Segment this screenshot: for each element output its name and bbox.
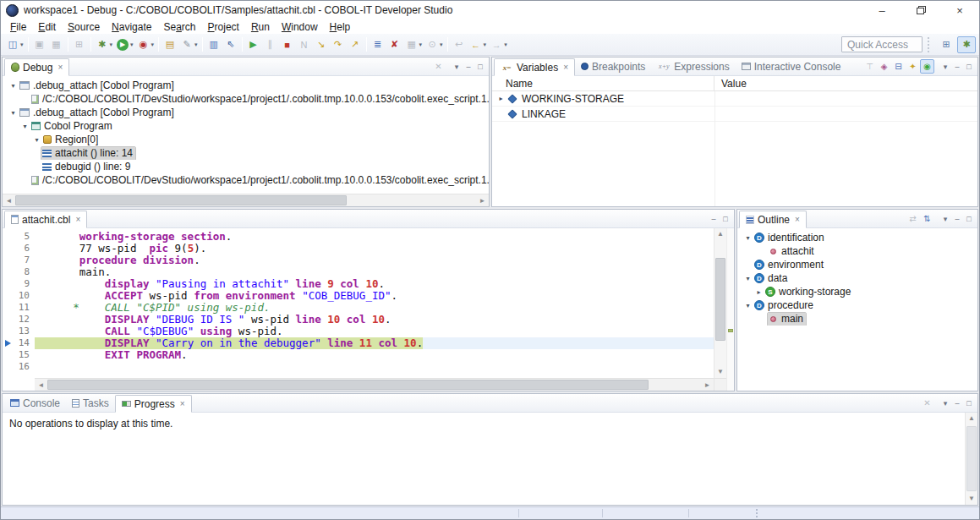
- debug-button[interactable]: ✱▾: [94, 36, 115, 54]
- open-console-button[interactable]: ▥: [205, 36, 222, 54]
- memory-view-dropdown-icon[interactable]: ▾: [419, 41, 423, 48]
- step-over-button[interactable]: ↷: [330, 36, 347, 54]
- twisty-expanded-icon[interactable]: ▾: [31, 136, 42, 144]
- forward-dropdown-icon[interactable]: ▾: [504, 41, 507, 48]
- debug-tree-item[interactable]: Cobol Program: [30, 120, 115, 133]
- menu-window[interactable]: Window: [276, 21, 324, 33]
- scroll-down-arrow-icon[interactable]: ▼: [966, 493, 977, 505]
- back-dropdown-icon[interactable]: ▾: [484, 41, 487, 48]
- debug-tree-item[interactable]: .debug_attach [Cobol Program]: [19, 107, 177, 119]
- debug-hscrollbar[interactable]: ◄ ►: [3, 194, 489, 206]
- debug-tree-item[interactable]: debugid () line: 9: [41, 161, 133, 173]
- variables-view-tab-interactive-console[interactable]: Interactive Console: [736, 57, 847, 75]
- debug-tree-item[interactable]: .debug_attach [Cobol Program]: [19, 79, 177, 92]
- outline-item[interactable]: Dprocedure: [753, 299, 816, 312]
- code-line-10[interactable]: 10 ACCEPT ws-pid from environment "COB_D…: [3, 290, 714, 302]
- scroll-right-arrow-icon[interactable]: ►: [701, 381, 714, 389]
- bottom-panel-tab-progress[interactable]: Progress×: [115, 395, 192, 413]
- twisty-expanded-icon[interactable]: ▾: [742, 275, 753, 282]
- debug-tree-item[interactable]: attachit () line: 14: [41, 147, 135, 160]
- progress-vscrollbar[interactable]: ▲ ▼: [965, 413, 977, 505]
- annotations-dropdown-icon[interactable]: ▾: [440, 41, 443, 48]
- outline-item[interactable]: Didentification: [753, 232, 827, 244]
- twisty-expanded-icon[interactable]: ▾: [742, 302, 753, 309]
- suspend-button[interactable]: ∥: [262, 36, 279, 54]
- run-dropdown-icon[interactable]: ▾: [130, 41, 134, 48]
- step-into-button[interactable]: ↘: [313, 36, 330, 54]
- name-column-header[interactable]: Name: [492, 76, 714, 90]
- restore-window-button[interactable]: [901, 1, 940, 19]
- show-type-names-button[interactable]: ⊤: [862, 59, 877, 74]
- save-button[interactable]: ▣: [31, 36, 48, 54]
- current-line-marker[interactable]: [728, 329, 733, 332]
- debug-tree-row[interactable]: ▾.debug_attach [Cobol Program]: [3, 106, 489, 119]
- menu-file[interactable]: File: [4, 21, 32, 33]
- minimize-button[interactable]: –: [463, 59, 474, 74]
- menu-edit[interactable]: Edit: [32, 21, 62, 33]
- sort-button[interactable]: ⇅: [920, 211, 934, 226]
- view-menu-button[interactable]: ▾: [939, 211, 951, 226]
- maximize-button[interactable]: □: [963, 396, 975, 410]
- open-perspective-button[interactable]: ⊞: [937, 36, 955, 53]
- resume-button[interactable]: ▶: [245, 36, 262, 54]
- code-line-6[interactable]: 6 77 ws-pid pic 9(5).: [3, 243, 714, 255]
- debug-hscroll-track[interactable]: [15, 194, 476, 206]
- run-history-button[interactable]: ◉▾: [135, 36, 156, 54]
- maximize-button[interactable]: □: [720, 211, 731, 226]
- status-grip[interactable]: [756, 509, 758, 517]
- minimize-button[interactable]: –: [951, 396, 963, 410]
- last-edit-location-button[interactable]: ↩: [451, 36, 468, 54]
- menu-source[interactable]: Source: [62, 21, 106, 33]
- twisty-expanded-icon[interactable]: ▾: [8, 109, 19, 117]
- code-line-7[interactable]: 7 procedure division.: [3, 255, 714, 266]
- code-line-12[interactable]: 12 DISPLAY "DEBUG ID IS " ws-pid line 10…: [3, 314, 714, 326]
- new-wizard-dropdown-icon[interactable]: ▾: [20, 41, 24, 48]
- twisty-collapsed-icon[interactable]: ▸: [753, 288, 764, 296]
- outline-row[interactable]: ▾Didentification: [737, 231, 977, 244]
- back-button[interactable]: ←▾: [468, 36, 489, 54]
- run-button[interactable]: ▶▾: [114, 36, 135, 54]
- debug-tree-row[interactable]: attachit () line: 14: [3, 146, 489, 160]
- overview-ruler[interactable]: [726, 228, 734, 391]
- view-menu-button[interactable]: ▾: [939, 396, 951, 410]
- select-pointer-button[interactable]: ⇖: [222, 36, 239, 54]
- menu-navigate[interactable]: Navigate: [106, 21, 157, 33]
- twisty-expanded-icon[interactable]: ▾: [8, 82, 19, 90]
- debug-tree-row[interactable]: /C:/COBOL/COBOLIT/DevStudio/workspace1/p…: [3, 92, 489, 106]
- editor-hscroll-track[interactable]: [47, 379, 701, 391]
- outline-item[interactable]: main: [768, 313, 806, 326]
- outline-row[interactable]: ▸Sworking-storage: [737, 285, 977, 298]
- close-window-button[interactable]: ×: [940, 1, 979, 19]
- debug-tree-row[interactable]: /C:/COBOL/COBOLIT/DevStudio/workspace1/p…: [3, 173, 489, 187]
- debug-tree-row[interactable]: ▾.debug_attach [Cobol Program]: [3, 79, 489, 92]
- debug-tree-item[interactable]: /C:/COBOL/COBOLIT/DevStudio/workspace1/p…: [30, 174, 489, 187]
- minimize-window-button[interactable]: –: [862, 1, 901, 19]
- show-logical-structures-button[interactable]: ◈: [877, 59, 891, 74]
- code-line-11[interactable]: 11 * CALL "C$PID" using ws-pid.: [3, 302, 714, 314]
- twisty-expanded-icon[interactable]: ▾: [742, 234, 753, 242]
- maximize-button[interactable]: □: [963, 211, 975, 226]
- column-divider[interactable]: [714, 91, 715, 206]
- code-text-area[interactable]: 5 working-storage section.6 77 ws-pid pi…: [3, 228, 714, 378]
- debug-tree-row[interactable]: debugid () line: 9: [3, 160, 489, 173]
- run-history-dropdown-icon[interactable]: ▾: [151, 41, 155, 48]
- scroll-up-arrow-icon[interactable]: ▲: [966, 413, 977, 424]
- view-menu-button[interactable]: ▾: [451, 59, 463, 74]
- pin-view-button[interactable]: ✦: [906, 59, 920, 74]
- progress-vscroll-track[interactable]: [966, 424, 977, 493]
- variable-row[interactable]: LINKAGE: [492, 107, 977, 122]
- external-tools-button[interactable]: ✎▾: [178, 36, 200, 54]
- menu-run[interactable]: Run: [245, 21, 276, 33]
- editor-vscroll-thumb[interactable]: [715, 258, 725, 341]
- memory-view-button[interactable]: ▦▾: [403, 36, 424, 54]
- debug-perspective-button[interactable]: ✱: [957, 36, 976, 53]
- tab-close-icon[interactable]: ×: [57, 63, 63, 72]
- build-button[interactable]: ⊞: [71, 36, 88, 54]
- maximize-button[interactable]: □: [474, 59, 486, 74]
- stop-on-error-button[interactable]: ✘: [386, 36, 403, 54]
- menu-project[interactable]: Project: [202, 21, 245, 33]
- minimize-button[interactable]: –: [708, 211, 720, 226]
- variables-view-tab-breakpoints[interactable]: Breakpoints: [575, 57, 651, 75]
- forward-button[interactable]: →▾: [488, 36, 509, 54]
- outline-item[interactable]: Ddata: [753, 272, 790, 285]
